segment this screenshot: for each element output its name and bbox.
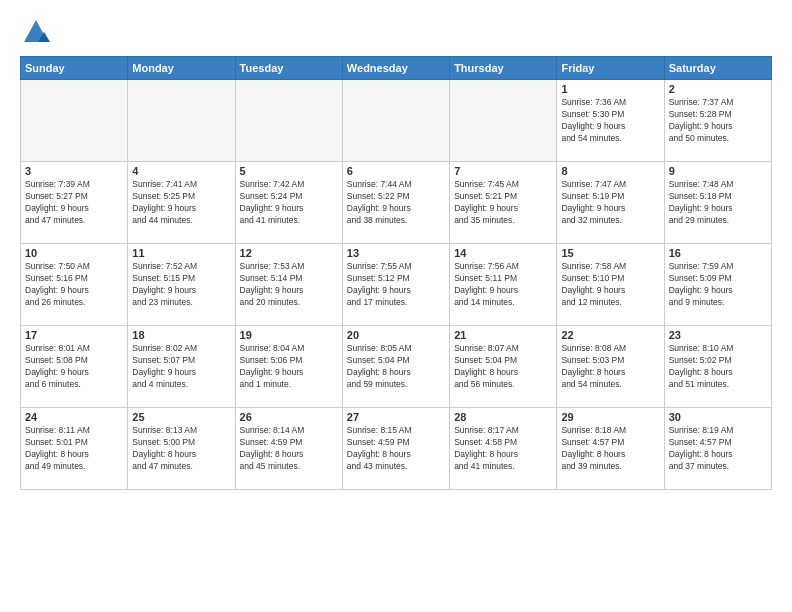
day-info: Sunrise: 7:45 AMSunset: 5:21 PMDaylight:… [454,179,552,227]
day-number: 13 [347,247,445,259]
day-number: 28 [454,411,552,423]
day-number: 22 [561,329,659,341]
weekday-header: Tuesday [235,57,342,80]
day-number: 9 [669,165,767,177]
day-number: 19 [240,329,338,341]
calendar-cell: 30Sunrise: 8:19 AMSunset: 4:57 PMDayligh… [664,408,771,490]
day-number: 30 [669,411,767,423]
day-info: Sunrise: 8:13 AMSunset: 5:00 PMDaylight:… [132,425,230,473]
day-info: Sunrise: 8:05 AMSunset: 5:04 PMDaylight:… [347,343,445,391]
day-info: Sunrise: 7:50 AMSunset: 5:16 PMDaylight:… [25,261,123,309]
day-number: 23 [669,329,767,341]
calendar-cell: 29Sunrise: 8:18 AMSunset: 4:57 PMDayligh… [557,408,664,490]
day-info: Sunrise: 7:59 AMSunset: 5:09 PMDaylight:… [669,261,767,309]
calendar-cell: 4Sunrise: 7:41 AMSunset: 5:25 PMDaylight… [128,162,235,244]
calendar-cell: 24Sunrise: 8:11 AMSunset: 5:01 PMDayligh… [21,408,128,490]
day-number: 5 [240,165,338,177]
header [20,18,772,48]
calendar-week-row: 24Sunrise: 8:11 AMSunset: 5:01 PMDayligh… [21,408,772,490]
day-info: Sunrise: 8:08 AMSunset: 5:03 PMDaylight:… [561,343,659,391]
calendar-cell: 1Sunrise: 7:36 AMSunset: 5:30 PMDaylight… [557,80,664,162]
day-number: 15 [561,247,659,259]
day-number: 8 [561,165,659,177]
weekday-header: Sunday [21,57,128,80]
calendar-cell: 8Sunrise: 7:47 AMSunset: 5:19 PMDaylight… [557,162,664,244]
calendar-cell: 14Sunrise: 7:56 AMSunset: 5:11 PMDayligh… [450,244,557,326]
day-info: Sunrise: 8:14 AMSunset: 4:59 PMDaylight:… [240,425,338,473]
day-number: 16 [669,247,767,259]
day-info: Sunrise: 7:55 AMSunset: 5:12 PMDaylight:… [347,261,445,309]
day-number: 25 [132,411,230,423]
calendar-cell [128,80,235,162]
day-info: Sunrise: 7:44 AMSunset: 5:22 PMDaylight:… [347,179,445,227]
calendar-cell: 21Sunrise: 8:07 AMSunset: 5:04 PMDayligh… [450,326,557,408]
day-number: 11 [132,247,230,259]
calendar-cell: 20Sunrise: 8:05 AMSunset: 5:04 PMDayligh… [342,326,449,408]
day-info: Sunrise: 7:41 AMSunset: 5:25 PMDaylight:… [132,179,230,227]
day-info: Sunrise: 7:42 AMSunset: 5:24 PMDaylight:… [240,179,338,227]
day-number: 12 [240,247,338,259]
day-number: 1 [561,83,659,95]
day-number: 7 [454,165,552,177]
calendar-cell [342,80,449,162]
day-number: 20 [347,329,445,341]
logo-icon [22,18,50,46]
day-info: Sunrise: 8:18 AMSunset: 4:57 PMDaylight:… [561,425,659,473]
calendar-cell: 13Sunrise: 7:55 AMSunset: 5:12 PMDayligh… [342,244,449,326]
calendar-cell: 12Sunrise: 7:53 AMSunset: 5:14 PMDayligh… [235,244,342,326]
calendar-week-row: 1Sunrise: 7:36 AMSunset: 5:30 PMDaylight… [21,80,772,162]
day-number: 18 [132,329,230,341]
calendar-week-row: 10Sunrise: 7:50 AMSunset: 5:16 PMDayligh… [21,244,772,326]
day-number: 4 [132,165,230,177]
logo [20,18,50,48]
calendar-cell: 9Sunrise: 7:48 AMSunset: 5:18 PMDaylight… [664,162,771,244]
day-info: Sunrise: 7:53 AMSunset: 5:14 PMDaylight:… [240,261,338,309]
calendar-cell: 26Sunrise: 8:14 AMSunset: 4:59 PMDayligh… [235,408,342,490]
day-info: Sunrise: 7:36 AMSunset: 5:30 PMDaylight:… [561,97,659,145]
day-number: 2 [669,83,767,95]
day-info: Sunrise: 7:48 AMSunset: 5:18 PMDaylight:… [669,179,767,227]
day-number: 17 [25,329,123,341]
weekday-header: Monday [128,57,235,80]
day-number: 26 [240,411,338,423]
day-info: Sunrise: 7:37 AMSunset: 5:28 PMDaylight:… [669,97,767,145]
calendar-cell: 5Sunrise: 7:42 AMSunset: 5:24 PMDaylight… [235,162,342,244]
calendar-week-row: 3Sunrise: 7:39 AMSunset: 5:27 PMDaylight… [21,162,772,244]
calendar-week-row: 17Sunrise: 8:01 AMSunset: 5:08 PMDayligh… [21,326,772,408]
calendar-cell: 18Sunrise: 8:02 AMSunset: 5:07 PMDayligh… [128,326,235,408]
day-info: Sunrise: 8:07 AMSunset: 5:04 PMDaylight:… [454,343,552,391]
calendar-cell: 15Sunrise: 7:58 AMSunset: 5:10 PMDayligh… [557,244,664,326]
day-info: Sunrise: 8:17 AMSunset: 4:58 PMDaylight:… [454,425,552,473]
calendar-cell [235,80,342,162]
day-info: Sunrise: 8:04 AMSunset: 5:06 PMDaylight:… [240,343,338,391]
weekday-header: Friday [557,57,664,80]
day-number: 29 [561,411,659,423]
day-info: Sunrise: 7:56 AMSunset: 5:11 PMDaylight:… [454,261,552,309]
page: SundayMondayTuesdayWednesdayThursdayFrid… [0,0,792,612]
calendar-table: SundayMondayTuesdayWednesdayThursdayFrid… [20,56,772,490]
calendar-cell: 10Sunrise: 7:50 AMSunset: 5:16 PMDayligh… [21,244,128,326]
day-info: Sunrise: 7:47 AMSunset: 5:19 PMDaylight:… [561,179,659,227]
day-number: 24 [25,411,123,423]
calendar-cell: 3Sunrise: 7:39 AMSunset: 5:27 PMDaylight… [21,162,128,244]
day-info: Sunrise: 8:15 AMSunset: 4:59 PMDaylight:… [347,425,445,473]
day-info: Sunrise: 8:02 AMSunset: 5:07 PMDaylight:… [132,343,230,391]
day-number: 3 [25,165,123,177]
calendar-cell: 28Sunrise: 8:17 AMSunset: 4:58 PMDayligh… [450,408,557,490]
calendar-cell: 2Sunrise: 7:37 AMSunset: 5:28 PMDaylight… [664,80,771,162]
calendar-cell [21,80,128,162]
day-info: Sunrise: 7:52 AMSunset: 5:15 PMDaylight:… [132,261,230,309]
day-info: Sunrise: 8:01 AMSunset: 5:08 PMDaylight:… [25,343,123,391]
calendar-cell: 11Sunrise: 7:52 AMSunset: 5:15 PMDayligh… [128,244,235,326]
day-info: Sunrise: 8:11 AMSunset: 5:01 PMDaylight:… [25,425,123,473]
day-number: 6 [347,165,445,177]
calendar-cell: 17Sunrise: 8:01 AMSunset: 5:08 PMDayligh… [21,326,128,408]
calendar-header-row: SundayMondayTuesdayWednesdayThursdayFrid… [21,57,772,80]
day-info: Sunrise: 7:58 AMSunset: 5:10 PMDaylight:… [561,261,659,309]
weekday-header: Thursday [450,57,557,80]
day-number: 27 [347,411,445,423]
calendar-cell [450,80,557,162]
day-number: 21 [454,329,552,341]
calendar-cell: 25Sunrise: 8:13 AMSunset: 5:00 PMDayligh… [128,408,235,490]
calendar-cell: 19Sunrise: 8:04 AMSunset: 5:06 PMDayligh… [235,326,342,408]
